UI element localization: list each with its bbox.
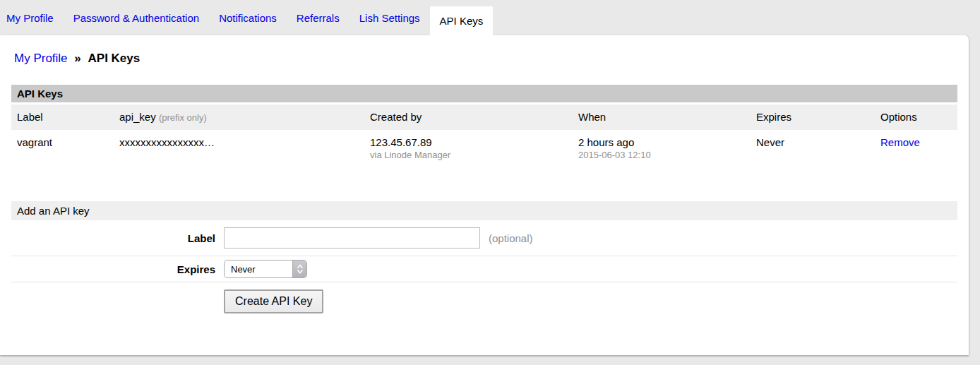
cell-api-key-prefix: xxxxxxxxxxxxxxxx… bbox=[119, 136, 370, 161]
cell-expires: Never bbox=[756, 136, 880, 161]
create-api-key-button[interactable]: Create API Key bbox=[224, 289, 323, 313]
column-header-options: Options bbox=[880, 110, 957, 124]
created-by-ip: 123.45.67.89 bbox=[370, 136, 578, 149]
tab-lish-settings[interactable]: Lish Settings bbox=[349, 0, 430, 35]
column-header-label: Label bbox=[17, 110, 119, 124]
table-header-row: Label api_key (prefix only) Created by W… bbox=[11, 104, 957, 130]
column-header-created-by: Created by bbox=[370, 110, 578, 124]
add-api-key-title: Add an API key bbox=[11, 201, 957, 220]
column-header-when: When bbox=[578, 110, 756, 124]
label-field-label: Label bbox=[11, 232, 215, 244]
breadcrumb-separator: » bbox=[74, 52, 80, 65]
cell-created-by: 123.45.67.89 via Linode Manager bbox=[370, 136, 578, 161]
when-relative: 2 hours ago bbox=[578, 136, 756, 149]
column-header-expires: Expires bbox=[756, 110, 880, 124]
created-by-source: via Linode Manager bbox=[370, 149, 578, 161]
expires-field-control: Never bbox=[224, 260, 307, 278]
column-header-api-key-text: api_key bbox=[119, 111, 156, 123]
expires-select-value: Never bbox=[225, 264, 292, 275]
tab-my-profile[interactable]: My Profile bbox=[1, 0, 64, 35]
cell-when: 2 hours ago 2015-06-03 12:10 bbox=[578, 136, 756, 161]
add-api-key-form: Add an API key Label (optional) Expires … bbox=[11, 201, 957, 321]
profile-tab-bar: My Profile Password & Authentication Not… bbox=[0, 0, 980, 35]
content-panel: My Profile » API Keys API Keys Label api… bbox=[0, 35, 969, 355]
submit-row: Create API Key bbox=[11, 282, 957, 321]
expires-select[interactable]: Never bbox=[224, 260, 307, 278]
breadcrumb-my-profile-link[interactable]: My Profile bbox=[14, 52, 68, 65]
expires-field-row: Expires Never bbox=[11, 256, 957, 282]
table-row: vagrant xxxxxxxxxxxxxxxx… 123.45.67.89 v… bbox=[11, 130, 957, 170]
select-arrows-icon bbox=[292, 260, 306, 278]
label-input[interactable] bbox=[224, 227, 480, 249]
api-keys-table: API Keys Label api_key (prefix only) Cre… bbox=[11, 85, 957, 170]
cell-options: Remove bbox=[880, 136, 957, 161]
cell-key-label: vagrant bbox=[17, 136, 119, 161]
tab-notifications[interactable]: Notifications bbox=[209, 0, 287, 35]
submit-row-control: Create API Key bbox=[224, 289, 323, 313]
breadcrumb: My Profile » API Keys bbox=[14, 51, 969, 66]
expires-field-label: Expires bbox=[11, 263, 215, 275]
api-keys-table-title: API Keys bbox=[11, 85, 957, 104]
breadcrumb-current-page: API Keys bbox=[88, 52, 141, 65]
column-header-api-key: api_key (prefix only) bbox=[119, 110, 370, 124]
label-field-row: Label (optional) bbox=[11, 220, 957, 256]
column-header-api-key-note: (prefix only) bbox=[159, 112, 207, 123]
tab-password-authentication[interactable]: Password & Authentication bbox=[64, 0, 209, 35]
when-absolute: 2015-06-03 12:10 bbox=[578, 149, 756, 161]
tab-referrals[interactable]: Referrals bbox=[287, 0, 349, 35]
tab-api-keys[interactable]: API Keys bbox=[430, 6, 494, 35]
label-optional-note: (optional) bbox=[489, 232, 533, 244]
remove-link[interactable]: Remove bbox=[880, 136, 920, 148]
label-field-control: (optional) bbox=[224, 227, 533, 249]
